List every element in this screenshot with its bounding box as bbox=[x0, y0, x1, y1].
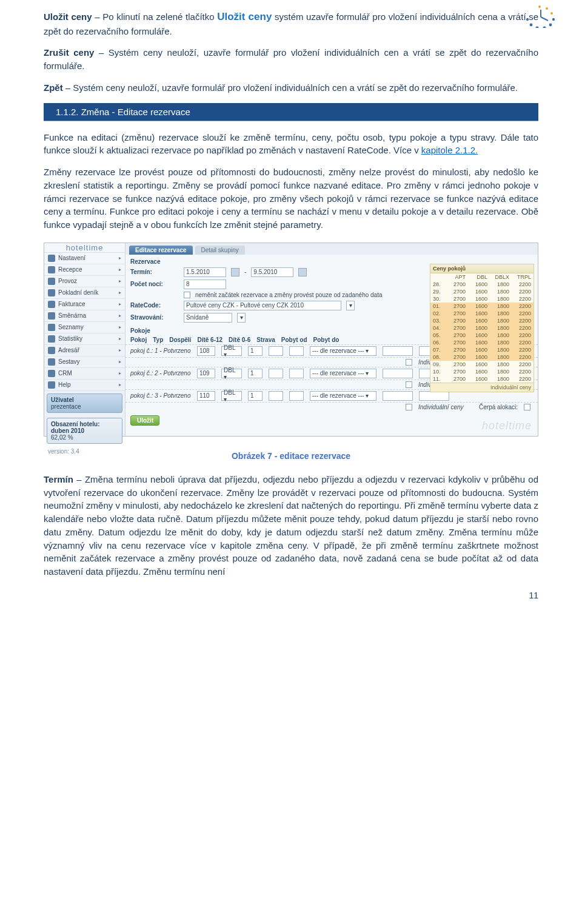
indiv-checkbox[interactable] bbox=[406, 381, 412, 388]
chapter-link[interactable]: kapitole 2.1.2. bbox=[421, 145, 478, 155]
dite06-input[interactable] bbox=[289, 369, 304, 378]
ceny-row: 28.2700160018002200 bbox=[430, 281, 534, 288]
chevron-right-icon: ▸ bbox=[119, 359, 121, 364]
strava-select[interactable]: --- dle rezervace --- ▾ bbox=[310, 369, 376, 378]
sidebar-item[interactable]: Pokladní deník▸ bbox=[44, 287, 125, 299]
sidebar-item[interactable]: Recepce▸ bbox=[44, 264, 125, 276]
ceny-row: 30.2700160018002200 bbox=[430, 295, 534, 303]
ratecode-label: RateCode: bbox=[130, 302, 179, 309]
ceny-row: 06.2700160018002200 bbox=[430, 339, 534, 346]
sidebar-item[interactable]: Směnárna▸ bbox=[44, 310, 125, 322]
termin-from-input[interactable]: 1.5.2010 bbox=[184, 267, 226, 277]
dite612-input[interactable] bbox=[269, 391, 283, 401]
chevron-right-icon: ▸ bbox=[119, 324, 121, 330]
indiv-checkbox[interactable] bbox=[406, 359, 412, 366]
menu-icon bbox=[48, 278, 55, 285]
svg-point-0 bbox=[538, 5, 541, 8]
save-button[interactable]: Uložit bbox=[130, 415, 159, 426]
strav-select[interactable]: Snídaně bbox=[184, 313, 232, 323]
menu-icon bbox=[48, 358, 55, 366]
strava-select[interactable]: --- dle rezervace --- ▾ bbox=[310, 391, 376, 401]
ceny-row: 11.2700160018002200 bbox=[430, 375, 534, 383]
sidebar-item[interactable]: Statistiky▸ bbox=[44, 333, 125, 345]
dite06-input[interactable] bbox=[289, 346, 304, 356]
chevron-right-icon: ▸ bbox=[119, 301, 121, 307]
chevron-right-icon: ▸ bbox=[119, 347, 121, 353]
keyword: Zpět bbox=[44, 82, 63, 93]
calendar-icon[interactable] bbox=[231, 268, 239, 276]
svg-point-5 bbox=[543, 26, 546, 28]
sidebar-item[interactable]: CRM▸ bbox=[44, 368, 125, 380]
sidebar-item[interactable]: Help▸ bbox=[44, 380, 125, 391]
page-header-logo bbox=[515, 4, 564, 28]
svg-point-2 bbox=[550, 12, 553, 15]
dropdown-icon[interactable]: ▾ bbox=[237, 313, 246, 323]
svg-point-8 bbox=[526, 18, 529, 21]
ceny-row: 10.2700160018002200 bbox=[430, 368, 534, 375]
sidebar-item[interactable]: Fakturace▸ bbox=[44, 299, 125, 310]
ratecode-select[interactable]: Pultové ceny CZK - Pultové ceny CZK 2010 bbox=[184, 301, 341, 310]
room-subrow: Individuální ceny Čerpá alokaci: bbox=[125, 402, 538, 412]
dospeli-input[interactable]: 1 bbox=[248, 391, 263, 401]
sidebar-item[interactable]: Adresář▸ bbox=[44, 345, 125, 357]
menu-icon bbox=[48, 289, 55, 296]
menu-icon bbox=[48, 324, 55, 331]
ceny-row: 02.2700160018002200 bbox=[430, 310, 534, 317]
pokoj-input[interactable]: 108 bbox=[197, 346, 215, 356]
ceny-row: 04.2700160018002200 bbox=[430, 324, 534, 332]
ceny-row: 29.2700160018002200 bbox=[430, 288, 534, 295]
paragraph-ulozit-ceny: Uložit ceny – Po klinutí na zelené tlačí… bbox=[44, 10, 538, 38]
dite612-input[interactable] bbox=[269, 369, 283, 378]
calendar-icon[interactable] bbox=[298, 268, 307, 276]
sidebar-item[interactable]: Seznamy▸ bbox=[44, 322, 125, 333]
app-sidebar: hoteltime Nastavení▸Recepce▸Provoz▸Pokla… bbox=[44, 243, 125, 436]
keyword: Termín bbox=[44, 474, 73, 484]
menu-icon bbox=[48, 266, 55, 273]
menu-icon bbox=[48, 370, 55, 377]
section-label: Rezervace bbox=[130, 258, 160, 265]
sidebar-item[interactable]: Provoz▸ bbox=[44, 276, 125, 287]
pobyt-od-input[interactable] bbox=[383, 369, 413, 378]
tab-editace-rezervace[interactable]: Editace rezervace bbox=[129, 246, 193, 255]
noci-input[interactable]: 8 bbox=[184, 280, 226, 289]
app-main: Editace rezervace Detail skupiny Rezerva… bbox=[125, 243, 538, 436]
svg-point-7 bbox=[530, 24, 533, 27]
strav-label: Stravování: bbox=[130, 314, 179, 321]
typ-select[interactable]: DBL ▾ bbox=[221, 391, 242, 401]
pobyt-od-input[interactable] bbox=[383, 346, 413, 356]
termin-to-input[interactable]: 9.5.2010 bbox=[251, 267, 293, 277]
dite06-input[interactable] bbox=[289, 391, 304, 401]
menu-icon bbox=[48, 335, 55, 343]
section-heading: 1.1.2. Změna - Editace rezervace bbox=[44, 103, 538, 121]
dropdown-icon[interactable]: ▾ bbox=[346, 301, 355, 310]
noci-label: Počet nocí: bbox=[130, 281, 179, 287]
ceny-pokoju-panel: Ceny pokojů APTDBLDBLXTRPL 28.2700160018… bbox=[430, 264, 534, 392]
paragraph-termin: Termín – Změna termínu neboli úprava dat… bbox=[44, 473, 538, 578]
sidebar-item[interactable]: Sestavy▸ bbox=[44, 357, 125, 368]
ceny-title: Ceny pokojů bbox=[430, 264, 534, 273]
nemenit-checkbox[interactable] bbox=[184, 292, 190, 298]
typ-select[interactable]: DBL ▾ bbox=[221, 346, 242, 356]
paragraph-changes-desc: Změny rezervace lze provést pouze od pří… bbox=[44, 166, 538, 232]
pobyt-do-input[interactable] bbox=[419, 391, 449, 401]
chevron-right-icon: ▸ bbox=[119, 313, 121, 318]
menu-icon bbox=[48, 301, 55, 308]
typ-select[interactable]: DBL ▾ bbox=[221, 369, 242, 378]
menu-icon bbox=[48, 312, 55, 320]
tab-detail-skupiny[interactable]: Detail skupiny bbox=[195, 246, 245, 255]
indiv-checkbox[interactable] bbox=[406, 404, 412, 410]
section-label: Pokoje bbox=[130, 327, 150, 334]
dospeli-input[interactable]: 1 bbox=[248, 369, 263, 378]
dospeli-input[interactable]: 1 bbox=[248, 346, 263, 356]
pobyt-od-input[interactable] bbox=[383, 391, 413, 401]
page-number: 11 bbox=[44, 591, 538, 600]
termin-label: Termín: bbox=[130, 269, 179, 275]
keyword: Uložit ceny bbox=[44, 12, 92, 22]
cerpa-checkbox[interactable] bbox=[524, 404, 530, 410]
pokoj-input[interactable]: 109 bbox=[197, 369, 215, 378]
strava-select[interactable]: --- dle rezervace --- ▾ bbox=[310, 346, 376, 356]
pokoj-input[interactable]: 110 bbox=[197, 391, 215, 401]
sidebar-item[interactable]: Nastavení▸ bbox=[44, 253, 125, 264]
dite612-input[interactable] bbox=[269, 346, 283, 356]
tab-bar: Editace rezervace Detail skupiny bbox=[125, 243, 538, 255]
